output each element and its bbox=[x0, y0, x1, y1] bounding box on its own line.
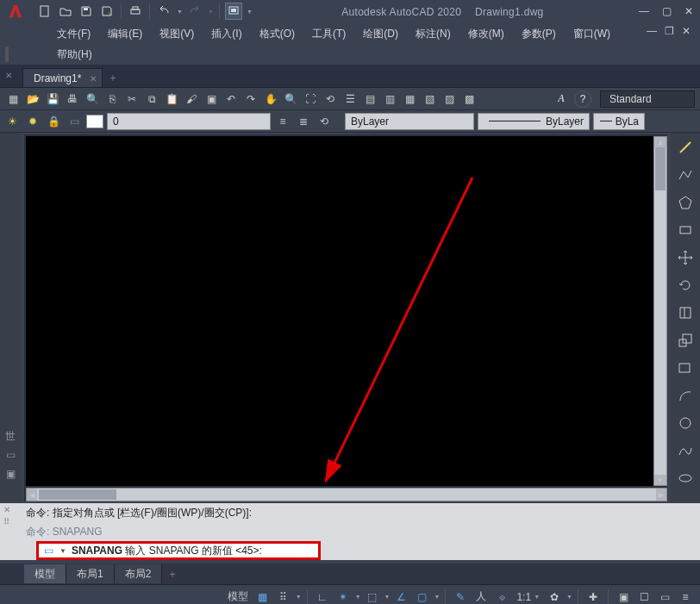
tool-b-icon[interactable]: ▣ bbox=[2, 465, 19, 483]
zoom-icon[interactable]: 🔍 bbox=[281, 90, 300, 109]
drawing-canvas[interactable] bbox=[26, 136, 653, 486]
layout-add-button[interactable]: ＋ bbox=[162, 567, 183, 582]
cmd-close-icon[interactable]: ✕ bbox=[3, 505, 10, 514]
new-file-icon[interactable]: ▦ bbox=[3, 90, 22, 109]
ellipse-icon[interactable] bbox=[674, 467, 697, 489]
paste-icon[interactable]: 📋 bbox=[162, 90, 181, 109]
zoomwin-icon[interactable]: ⛶ bbox=[301, 90, 320, 109]
minimize-button[interactable]: — bbox=[633, 3, 655, 20]
ucs-label-icon[interactable]: 世 bbox=[2, 427, 19, 445]
rotate-icon[interactable] bbox=[674, 274, 697, 296]
autoscale-icon[interactable]: ⟐ bbox=[492, 588, 511, 605]
annoscale-icon[interactable]: ✎ bbox=[451, 588, 470, 605]
sheetset-icon[interactable]: ▦ bbox=[400, 90, 419, 109]
otrack-icon[interactable]: ∠ bbox=[392, 588, 411, 605]
command-dropdown-icon[interactable]: ▼ bbox=[59, 547, 66, 555]
saveas-icon[interactable] bbox=[98, 3, 116, 20]
v-scroll-thumb[interactable] bbox=[655, 147, 666, 190]
zoomprev-icon[interactable]: ⟲ bbox=[321, 90, 340, 109]
markup-icon[interactable]: ▧ bbox=[420, 90, 439, 109]
menu-format[interactable]: 格式(O) bbox=[251, 23, 303, 44]
scale-icon[interactable] bbox=[674, 329, 697, 352]
publish-icon[interactable]: ⎘ bbox=[103, 90, 122, 109]
arc-icon[interactable] bbox=[674, 384, 697, 407]
tool-a-icon[interactable]: ▭ bbox=[2, 446, 19, 464]
menu-file[interactable]: 文件(F) bbox=[48, 23, 99, 44]
blockeditor-icon[interactable]: ▣ bbox=[202, 90, 221, 109]
layout-tab-1[interactable]: 布局1 bbox=[66, 564, 115, 583]
close-button[interactable]: ✕ bbox=[678, 3, 700, 20]
horizontal-scrollbar[interactable]: ◀ ▶ bbox=[26, 488, 667, 501]
copy-icon[interactable]: ⧉ bbox=[142, 90, 161, 109]
polar-icon[interactable]: ✴ bbox=[334, 588, 353, 605]
menu-window[interactable]: 窗口(W) bbox=[565, 23, 619, 44]
new-icon[interactable] bbox=[36, 3, 53, 20]
layerstates-icon[interactable]: ≣ bbox=[295, 113, 312, 130]
scroll-down-icon[interactable]: ▼ bbox=[654, 475, 666, 485]
scroll-left-icon[interactable]: ◀ bbox=[27, 489, 37, 501]
cut-icon[interactable]: ✂ bbox=[122, 90, 141, 109]
layer-lock-icon[interactable]: 🔒 bbox=[45, 113, 62, 130]
layer-combo[interactable]: 0 bbox=[107, 113, 271, 130]
osnap-icon[interactable]: ▢ bbox=[413, 588, 432, 605]
doc-minimize-button[interactable]: — bbox=[643, 22, 660, 40]
help-icon[interactable]: ? bbox=[574, 90, 591, 108]
layout-tab-model[interactable]: 模型 bbox=[24, 564, 66, 583]
undo-dropdown-icon[interactable]: ▼ bbox=[177, 9, 183, 15]
menu-edit[interactable]: 编辑(E) bbox=[99, 23, 151, 44]
layers-icon[interactable]: ≡ bbox=[274, 113, 291, 130]
ortho-icon[interactable]: ∟ bbox=[313, 588, 332, 605]
menu-dimension[interactable]: 标注(N) bbox=[407, 23, 459, 44]
undo-icon[interactable] bbox=[155, 3, 172, 20]
snap-icon[interactable]: ⠿ bbox=[274, 588, 293, 605]
style-combo[interactable]: Standard bbox=[600, 90, 695, 108]
scale-button[interactable]: 1:1▼ bbox=[513, 591, 543, 603]
trim-icon[interactable] bbox=[674, 302, 697, 324]
layer-off-icon[interactable]: ☀ bbox=[3, 113, 21, 130]
color-swatch[interactable] bbox=[86, 115, 103, 128]
tab-drawing1[interactable]: Drawing1* ✕ bbox=[22, 68, 103, 87]
quickcalc-icon[interactable]: ▨ bbox=[440, 90, 459, 109]
customize-icon[interactable]: ≡ bbox=[676, 588, 695, 605]
doc-close-button[interactable]: ✕ bbox=[678, 22, 695, 40]
lineweight-combo[interactable]: ByLayer bbox=[478, 113, 590, 130]
menu-modify[interactable]: 修改(M) bbox=[459, 23, 513, 44]
plot-icon[interactable] bbox=[127, 3, 144, 20]
cleanscreen-icon[interactable]: ▭ bbox=[655, 588, 674, 605]
isodraft-icon[interactable]: ⬚ bbox=[363, 588, 382, 605]
preview-icon[interactable]: 🔍 bbox=[83, 90, 102, 109]
redo2-icon[interactable]: ↷ bbox=[241, 90, 260, 109]
workspace-dropdown-icon[interactable]: ▼ bbox=[247, 9, 253, 15]
textstyle-icon[interactable]: A bbox=[553, 90, 570, 108]
linetype-combo[interactable]: ByLayer bbox=[345, 113, 474, 130]
menu-parametric[interactable]: 参数(P) bbox=[513, 23, 565, 44]
circle-icon[interactable] bbox=[674, 412, 697, 434]
save-file-icon[interactable]: 💾 bbox=[43, 90, 62, 109]
annovisibility-icon[interactable]: 人 bbox=[472, 588, 491, 605]
open-file-icon[interactable]: 📂 bbox=[23, 90, 42, 109]
cmd-handle-icon[interactable]: ⠿ bbox=[3, 517, 9, 526]
scroll-up-icon[interactable]: ▲ bbox=[654, 137, 666, 147]
doc-restore-button[interactable]: ❐ bbox=[660, 22, 678, 40]
toolpalettes-icon[interactable]: ▥ bbox=[380, 90, 399, 109]
xref-icon[interactable]: ▩ bbox=[459, 90, 478, 109]
grid-icon[interactable]: ▦ bbox=[253, 588, 272, 605]
workspace-switch-icon[interactable]: ✿ bbox=[545, 588, 564, 605]
stretch-icon[interactable] bbox=[674, 357, 697, 379]
command-input[interactable]: ▭ ▼ SNAPANG 输入 SNAPANG 的新值 <45>: bbox=[36, 541, 321, 560]
isolate-icon[interactable]: ▣ bbox=[614, 588, 633, 605]
menu-insert[interactable]: 插入(I) bbox=[203, 23, 250, 44]
vertical-scrollbar[interactable]: ▲ ▼ bbox=[653, 136, 667, 486]
rectangle-icon[interactable] bbox=[674, 219, 697, 241]
status-model-button[interactable]: 模型 bbox=[224, 589, 252, 604]
menu-help[interactable]: 帮助(H) bbox=[48, 46, 101, 65]
line-icon[interactable] bbox=[674, 136, 697, 159]
undo2-icon[interactable]: ↶ bbox=[222, 90, 241, 109]
spline-icon[interactable] bbox=[674, 439, 697, 462]
polygon-icon[interactable] bbox=[674, 191, 697, 214]
layerprev-icon[interactable]: ⟲ bbox=[316, 113, 333, 130]
layer-color-icon[interactable]: ▭ bbox=[66, 113, 83, 130]
workspace-icon[interactable] bbox=[225, 3, 242, 20]
h-scroll-thumb[interactable] bbox=[39, 489, 116, 500]
layout-tab-2[interactable]: 布局2 bbox=[115, 564, 163, 583]
